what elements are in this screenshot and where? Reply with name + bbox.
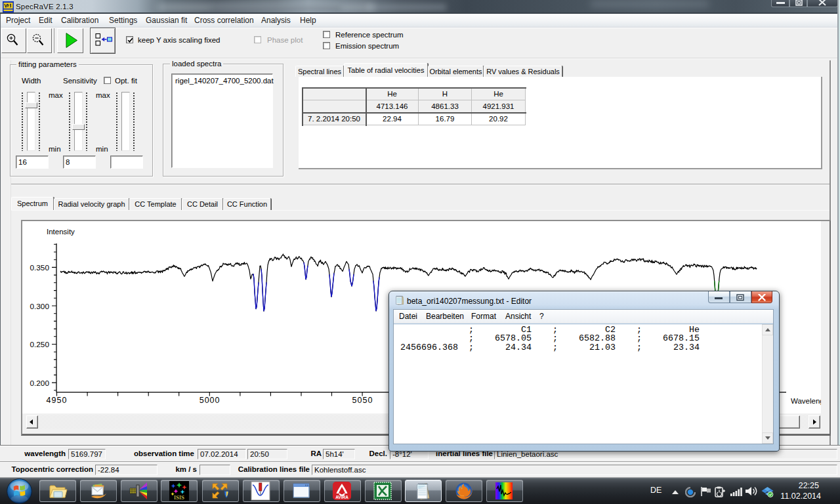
svg-text:AVIRA: AVIRA	[335, 495, 348, 499]
svg-text:ISIS: ISIS	[174, 494, 184, 501]
